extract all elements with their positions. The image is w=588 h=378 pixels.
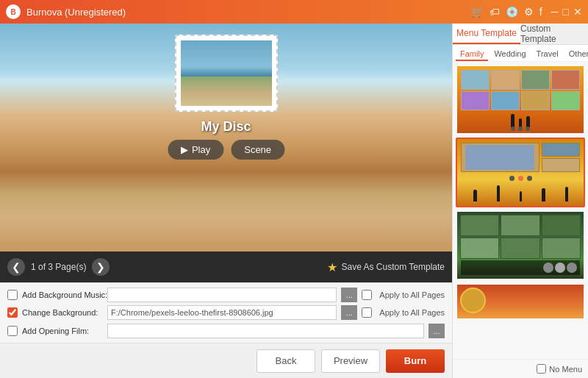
template-thumbnail-2: [457, 139, 584, 206]
titlebar: B Burnova (Unregistered) 🛒 🏷 💿 ⚙ f ─ □ ✕: [0, 0, 588, 24]
photo-4: [551, 70, 580, 90]
bg-music-apply-checkbox[interactable]: [362, 290, 372, 300]
template-thumbnail-4: [457, 285, 584, 320]
change-bg-browse-button[interactable]: ...: [341, 305, 357, 320]
no-menu-checkbox[interactable]: [537, 364, 546, 374]
facebook-icon[interactable]: f: [539, 6, 542, 18]
main-layout: My Disc ▶ Play Scene ❮ 1 of 3 Page(s) ❯ …: [0, 24, 588, 378]
stamp-photo: [175, 35, 278, 112]
template-photos-grid-1: [461, 70, 580, 110]
minimize-icon[interactable]: ─: [551, 6, 559, 18]
save-template-button[interactable]: ★ Save As Custom Template: [327, 260, 445, 274]
template-type-tabs: Menu Template Custom Template: [453, 24, 588, 45]
change-bg-apply-label: Apply to All Pages: [379, 308, 445, 317]
template-item-3[interactable]: [456, 210, 585, 280]
photo-1: [461, 70, 490, 90]
maximize-icon[interactable]: □: [563, 6, 569, 18]
opening-film-input[interactable]: [107, 324, 424, 338]
opening-film-browse-button[interactable]: ...: [429, 324, 445, 338]
right-panel: Menu Template Custom Template Family Wed…: [452, 24, 588, 378]
template-thumbnail-1: [457, 66, 584, 133]
others-tab[interactable]: Others: [564, 48, 588, 61]
custom-template-tab[interactable]: Custom Template: [520, 24, 588, 44]
travel-tab[interactable]: Travel: [532, 48, 563, 61]
bg-music-apply-label: Apply to All Pages: [379, 290, 445, 299]
template-item-4[interactable]: [456, 283, 585, 320]
next-page-button[interactable]: ❯: [92, 258, 110, 276]
disc-title: My Disc: [201, 119, 251, 135]
scene-button[interactable]: Scene: [231, 140, 284, 160]
scene-label: Scene: [244, 144, 271, 155]
photo-3: [521, 70, 550, 90]
close-icon[interactable]: ✕: [573, 6, 582, 18]
template-list: [453, 62, 588, 359]
bg-music-browse-button[interactable]: ...: [341, 288, 357, 302]
change-bg-input[interactable]: [107, 305, 337, 320]
tag-icon[interactable]: 🏷: [490, 6, 500, 18]
preview-area: My Disc ▶ Play Scene ❮ 1 of 3 Page(s) ❯ …: [0, 24, 452, 378]
photo-6: [491, 91, 520, 111]
preview-navigation: ❮ 1 of 3 Page(s) ❯ ★ Save As Custom Temp…: [0, 252, 452, 282]
cart-icon[interactable]: 🛒: [471, 6, 484, 18]
star-icon: ★: [327, 260, 337, 274]
opening-film-row: Add Opening Film: ...: [7, 324, 445, 338]
play-controls: ▶ Play Scene: [168, 140, 284, 160]
app-title: Burnova (Unregistered): [26, 7, 471, 18]
toolbar-icons: 🛒 🏷 💿 ⚙ f: [471, 6, 542, 18]
bg-music-checkbox[interactable]: [7, 290, 18, 300]
template-thumbnail-3: [457, 212, 584, 279]
change-bg-row: Change Background: ... Apply to All Page…: [7, 305, 445, 320]
play-icon: ▶: [181, 144, 188, 155]
photo-5: [461, 91, 490, 111]
save-template-label: Save As Custom Template: [341, 262, 445, 272]
stamp-inner-photo: [181, 40, 272, 106]
photo-8: [551, 91, 580, 111]
no-menu-area: No Menu: [453, 359, 588, 378]
template-item-2[interactable]: [456, 138, 585, 207]
prev-page-button[interactable]: ❮: [7, 258, 25, 276]
back-button[interactable]: Back: [257, 349, 315, 373]
disc-icon[interactable]: 💿: [506, 6, 518, 18]
opening-film-checkbox[interactable]: [7, 326, 18, 336]
no-menu-label: No Menu: [549, 365, 582, 374]
window-controls: ─ □ ✕: [551, 6, 582, 18]
change-bg-checkbox[interactable]: [7, 307, 18, 318]
burn-button[interactable]: Burn: [386, 349, 445, 373]
preview-button[interactable]: Preview: [321, 349, 380, 373]
settings-icon[interactable]: ⚙: [524, 6, 534, 18]
wedding-tab[interactable]: Wedding: [490, 48, 530, 61]
play-button[interactable]: ▶ Play: [168, 140, 223, 160]
photo-2: [491, 70, 520, 90]
opening-film-label: Add Opening Film:: [22, 327, 103, 335]
change-bg-apply-checkbox[interactable]: [362, 307, 372, 318]
change-bg-label: Change Background:: [22, 308, 103, 317]
play-label: Play: [192, 144, 210, 155]
bg-music-row: Add Background Music: ... Apply to All P…: [7, 288, 445, 302]
template-item-1[interactable]: [456, 65, 585, 135]
menu-template-tab[interactable]: Menu Template: [453, 24, 520, 44]
page-info: 1 of 3 Page(s): [31, 262, 86, 272]
options-bar: Add Background Music: ... Apply to All P…: [0, 282, 452, 343]
family-tab[interactable]: Family: [456, 48, 488, 61]
action-buttons: Back Preview Burn: [0, 343, 452, 378]
preview-canvas: My Disc ▶ Play Scene: [0, 24, 452, 252]
bg-music-input[interactable]: [107, 288, 337, 302]
bg-music-label: Add Background Music:: [22, 290, 103, 299]
app-logo: B: [6, 4, 21, 19]
photo-7: [521, 91, 550, 111]
category-tabs: Family Wedding Travel Others ▶: [453, 45, 588, 62]
